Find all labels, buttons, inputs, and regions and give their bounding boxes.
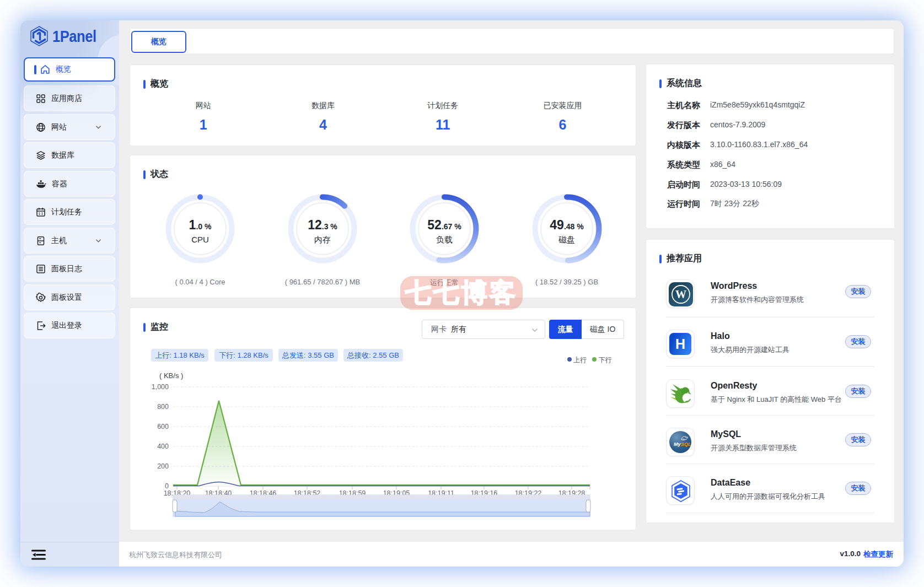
svg-text:600: 600 xyxy=(157,423,169,430)
svg-text:400: 400 xyxy=(157,443,169,450)
svg-text:SQL: SQL xyxy=(681,441,691,447)
svg-text:800: 800 xyxy=(157,403,169,411)
svg-text:1,000: 1,000 xyxy=(152,383,169,391)
svg-text:200: 200 xyxy=(157,462,169,470)
svg-text:0: 0 xyxy=(165,482,169,490)
svg-text:W: W xyxy=(675,288,686,300)
svg-text:( KB/s ): ( KB/s ) xyxy=(159,371,183,380)
svg-text:My: My xyxy=(674,441,681,447)
